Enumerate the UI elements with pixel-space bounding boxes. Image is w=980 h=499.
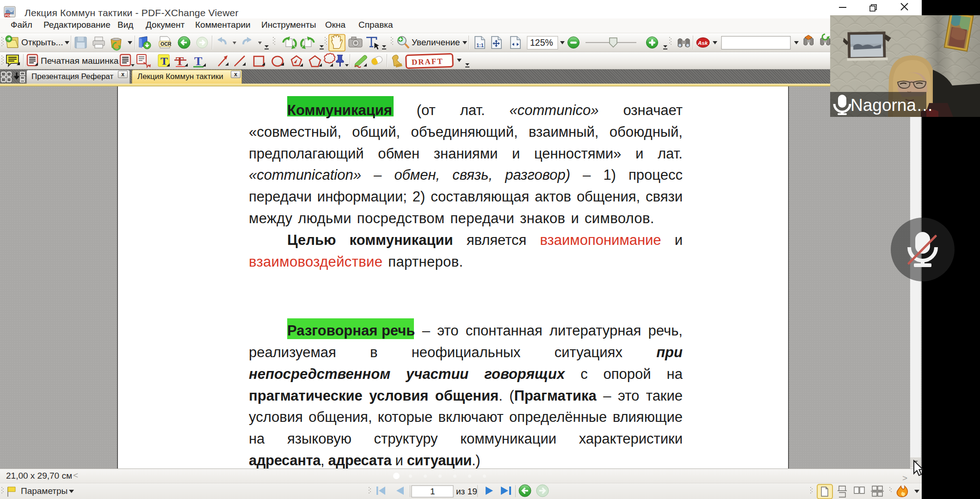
svg-text:T: T <box>194 55 202 68</box>
svg-text:T: T <box>160 55 168 67</box>
svg-text:DRAFT: DRAFT <box>412 57 444 67</box>
svg-text:из 19: из 19 <box>456 487 477 496</box>
svg-text:1: 1 <box>430 487 435 496</box>
svg-text:PDF: PDF <box>5 14 12 17</box>
svg-text:Ask: Ask <box>697 40 708 46</box>
svg-text:125%: 125% <box>530 37 553 48</box>
svg-text:OCR: OCR <box>160 41 172 47</box>
svg-text:1:1: 1:1 <box>476 43 484 48</box>
svg-text:Т: Т <box>176 55 184 68</box>
svg-text:Nagorna…: Nagorna… <box>851 96 933 115</box>
